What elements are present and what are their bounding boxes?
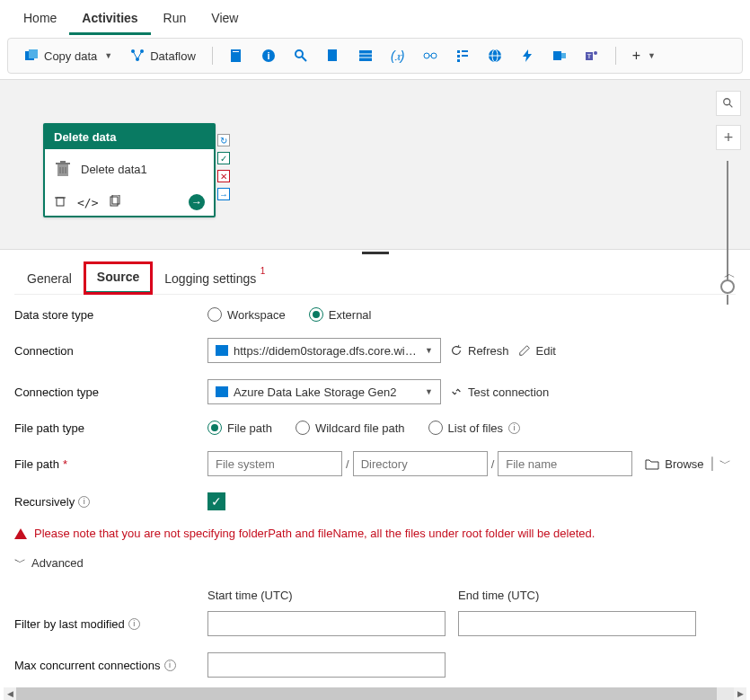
warning-text: Please note that you are not specifying … — [34, 527, 595, 540]
svg-rect-37 — [57, 198, 64, 206]
scrollbar-thumb[interactable] — [16, 687, 717, 700]
dataflow-button[interactable]: Dataflow — [123, 45, 203, 66]
info-icon[interactable]: i — [78, 496, 90, 508]
canvas-add-button[interactable]: + — [716, 125, 741, 150]
handle-retry[interactable]: ↻ — [217, 134, 230, 146]
svg-rect-21 — [462, 55, 468, 57]
edit-button[interactable]: Edit — [518, 344, 556, 358]
handle-fail[interactable]: ✕ — [217, 170, 230, 182]
toolbar-separator — [212, 47, 213, 65]
radio-workspace[interactable]: Workspace — [207, 307, 286, 322]
file-system-input[interactable] — [207, 451, 342, 476]
browse-button[interactable]: Browse — [645, 457, 703, 471]
browse-chevron-icon[interactable]: │ ﹀ — [710, 456, 732, 472]
nav-tab-activities[interactable]: Activities — [69, 5, 150, 35]
connection-type-dropdown[interactable]: Azure Data Lake Storage Gen2 ▼ — [207, 379, 441, 404]
filter-by-last-modified-label: Filter by last modified i — [14, 617, 207, 631]
script-button[interactable] — [319, 45, 348, 66]
file-path-label: File path * — [14, 457, 207, 471]
code-icon[interactable]: </> — [77, 196, 98, 209]
recursively-label: Recursively i — [14, 495, 207, 509]
handle-success[interactable]: ✓ — [217, 152, 230, 164]
canvas-search-button[interactable] — [716, 91, 741, 116]
copy-data-button[interactable]: Copy data ▼ — [17, 45, 119, 66]
radio-external[interactable]: External — [309, 307, 372, 322]
script-icon — [326, 49, 340, 63]
activity-handles: ↻ ✓ ✕ → — [217, 134, 230, 200]
svg-rect-20 — [457, 55, 460, 58]
scroll-left-icon[interactable]: ◀ — [4, 687, 16, 700]
refresh-button[interactable]: Refresh — [450, 344, 509, 358]
radio-external-label: External — [329, 308, 372, 322]
panel-tab-general[interactable]: General — [14, 264, 84, 293]
notebook-button[interactable] — [222, 45, 251, 66]
outlook-button[interactable] — [545, 45, 574, 66]
horizontal-scrollbar[interactable]: ◀ ▶ — [4, 687, 746, 700]
nav-tab-home[interactable]: Home — [11, 5, 69, 35]
info-button[interactable]: i — [254, 45, 283, 66]
nav-tab-view[interactable]: View — [199, 5, 251, 35]
radio-wildcard[interactable]: Wildcard file path — [296, 421, 405, 435]
pipeline-canvas[interactable]: Delete data Delete data1 </> → ↻ ✓ ✕ → + — [0, 79, 750, 250]
lightning-icon — [520, 49, 534, 63]
search-button[interactable] — [287, 45, 315, 66]
run-icon[interactable]: → — [189, 194, 205, 210]
chevron-down-icon: ▼ — [425, 346, 433, 355]
add-button[interactable]: + ▼ — [625, 44, 663, 67]
directory-input[interactable] — [353, 451, 488, 476]
collapse-panel-icon[interactable]: ︿ — [724, 266, 736, 282]
svg-line-10 — [302, 57, 306, 61]
info-icon[interactable]: i — [128, 618, 140, 630]
file-name-input[interactable] — [498, 451, 632, 476]
warning-icon — [14, 528, 27, 539]
web-button[interactable] — [481, 45, 509, 66]
delete-data-activity[interactable]: Delete data Delete data1 </> → — [43, 123, 216, 217]
svg-rect-18 — [457, 50, 460, 53]
lookup-icon — [423, 49, 437, 63]
svg-rect-32 — [56, 163, 70, 164]
test-connection-button[interactable]: Test connection — [450, 385, 549, 399]
connection-label: Connection — [14, 344, 207, 358]
panel-tab-source[interactable]: Source — [84, 262, 152, 294]
max-concurrent-input[interactable] — [207, 652, 446, 678]
properties-panel: General Source Logging settings 1 ︿ Data… — [0, 255, 750, 700]
nav-tab-run[interactable]: Run — [151, 5, 199, 35]
recursively-checkbox[interactable]: ✓ — [207, 492, 225, 510]
copy-data-icon — [24, 49, 39, 63]
svg-rect-22 — [457, 59, 460, 62]
activity-name: Delete data1 — [81, 163, 147, 176]
radio-file-path-label: File path — [227, 421, 272, 435]
radio-list-files-label: List of files — [448, 421, 503, 435]
panel-tab-logging[interactable]: Logging settings 1 — [152, 264, 269, 293]
svg-rect-11 — [328, 49, 337, 61]
storage-icon — [216, 345, 228, 356]
lookup-button[interactable] — [416, 45, 445, 66]
lightning-button[interactable] — [513, 45, 542, 66]
info-icon[interactable]: i — [164, 660, 176, 671]
plus-icon: + — [632, 48, 640, 64]
scroll-right-icon[interactable]: ▶ — [734, 687, 746, 700]
advanced-toggle[interactable]: ﹀ Advanced — [14, 554, 84, 571]
list-icon — [455, 49, 470, 63]
start-time-input[interactable] — [207, 611, 446, 636]
top-nav: Home Activities Run View — [0, 0, 750, 36]
radio-list-files[interactable]: List of filesi — [428, 421, 520, 435]
info-icon[interactable]: i — [508, 422, 520, 434]
table-button[interactable] — [351, 45, 380, 66]
radio-file-path[interactable]: File path — [207, 421, 272, 435]
warning-message: Please note that you are not specifying … — [14, 527, 736, 540]
copy-icon[interactable] — [109, 195, 121, 210]
test-connection-label: Test connection — [468, 385, 549, 399]
connection-dropdown[interactable]: https://didem0storage.dfs.core.wind.. ▼ — [207, 338, 441, 363]
radio-workspace-label: Workspace — [227, 308, 286, 322]
badge: 1 — [260, 266, 266, 276]
svg-text:T: T — [587, 52, 591, 60]
end-time-input[interactable] — [458, 611, 696, 636]
handle-skip[interactable]: → — [217, 188, 230, 200]
svg-rect-26 — [553, 51, 561, 60]
svg-point-41 — [724, 99, 730, 105]
teams-button[interactable]: T — [578, 45, 606, 66]
list-button[interactable] — [448, 45, 477, 66]
variable-button[interactable]: (𝑥) — [384, 45, 412, 66]
delete-icon[interactable] — [54, 195, 66, 210]
